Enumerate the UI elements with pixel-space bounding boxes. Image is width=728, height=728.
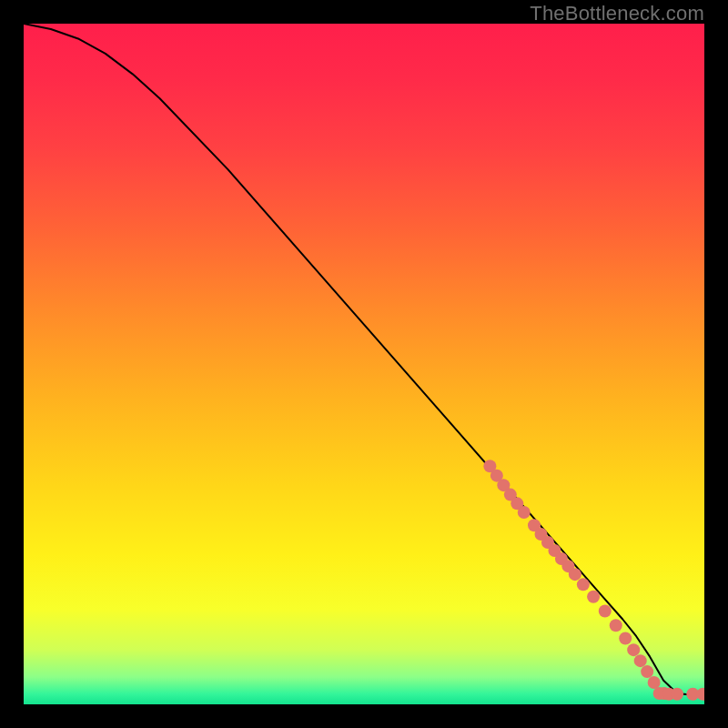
marker-dot — [577, 578, 590, 591]
marker-dot — [518, 506, 531, 519]
marker-dot — [634, 654, 647, 667]
watermark-text: TheBottleneck.com — [530, 2, 704, 25]
marker-dot — [627, 643, 640, 656]
marker-dot — [610, 619, 622, 632]
chart-stage: TheBottleneck.com — [0, 0, 728, 728]
plot-area — [24, 24, 704, 704]
marker-dot — [648, 676, 661, 689]
marker-dot — [641, 665, 653, 678]
chart-background — [24, 24, 704, 704]
marker-dot — [599, 605, 612, 618]
marker-dot — [619, 632, 632, 644]
marker-dot — [569, 568, 581, 581]
marker-dot — [671, 688, 683, 701]
chart-svg — [24, 24, 704, 704]
marker-dot — [587, 591, 600, 603]
